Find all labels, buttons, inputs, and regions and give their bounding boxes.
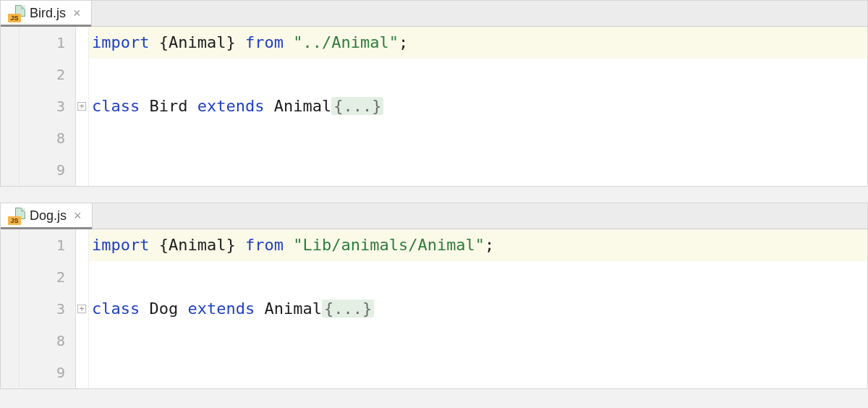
code-line: class Bird extends Animal{...} xyxy=(89,90,867,122)
code-area[interactable]: import {Animal} from "../Animal"; class … xyxy=(89,27,867,186)
js-file-icon: JS xyxy=(8,5,25,22)
line-number: 8 xyxy=(56,332,65,349)
js-badge: JS xyxy=(8,14,21,22)
line-number: 3 xyxy=(56,98,65,115)
code-line xyxy=(89,59,867,90)
line-number-gutter: 1 2 3 8 9 xyxy=(20,27,76,186)
fold-gutter: + xyxy=(76,229,89,388)
code-line: class Dog extends Animal{...} xyxy=(89,293,867,325)
editor-body: 1 2 3 8 9 + import {Animal} from "../Ani… xyxy=(1,27,867,186)
close-icon[interactable]: × xyxy=(70,6,84,21)
code-area[interactable]: import {Animal} from "Lib/animals/Animal… xyxy=(89,229,867,388)
line-number: 2 xyxy=(56,268,65,286)
tab-filename: Bird.js xyxy=(30,6,66,21)
code-line xyxy=(89,357,867,388)
close-icon[interactable]: × xyxy=(71,208,85,224)
folded-block[interactable]: {...} xyxy=(331,97,383,115)
folded-block[interactable]: {...} xyxy=(322,299,374,318)
line-number: 9 xyxy=(56,161,65,179)
line-number: 2 xyxy=(56,66,65,83)
breakpoint-gutter[interactable] xyxy=(1,27,20,186)
code-line: import {Animal} from "Lib/animals/Animal… xyxy=(89,229,867,261)
file-tab-dog[interactable]: JS Dog.js × xyxy=(1,203,93,229)
code-line xyxy=(89,325,867,357)
line-number: 1 xyxy=(56,34,65,51)
line-number: 1 xyxy=(56,237,65,254)
editor-body: 1 2 3 8 9 + import {Animal} from "Lib/an… xyxy=(1,229,867,388)
fold-expand-icon[interactable]: + xyxy=(77,102,86,111)
breakpoint-gutter[interactable] xyxy=(1,229,20,388)
file-tab-bird[interactable]: JS Bird.js × xyxy=(1,1,92,26)
line-number: 9 xyxy=(56,364,65,381)
code-line xyxy=(89,261,867,293)
code-line xyxy=(89,154,867,186)
editor-pane: JS Bird.js × 1 2 3 8 9 + import {Animal}… xyxy=(0,0,868,187)
js-file-icon: JS xyxy=(8,208,25,225)
tab-bar: JS Bird.js × xyxy=(1,1,867,27)
fold-expand-icon[interactable]: + xyxy=(77,305,86,313)
line-number-gutter: 1 2 3 8 9 xyxy=(20,229,76,388)
code-line xyxy=(89,122,867,154)
tab-bar: JS Dog.js × xyxy=(1,203,867,229)
line-number: 8 xyxy=(56,129,65,147)
editor-pane: JS Dog.js × 1 2 3 8 9 + import {Animal} … xyxy=(0,203,868,389)
js-badge: JS xyxy=(8,216,21,225)
line-number: 3 xyxy=(56,300,65,318)
fold-gutter: + xyxy=(76,27,89,186)
tab-filename: Dog.js xyxy=(30,208,67,224)
code-line: import {Animal} from "../Animal"; xyxy=(89,27,867,59)
